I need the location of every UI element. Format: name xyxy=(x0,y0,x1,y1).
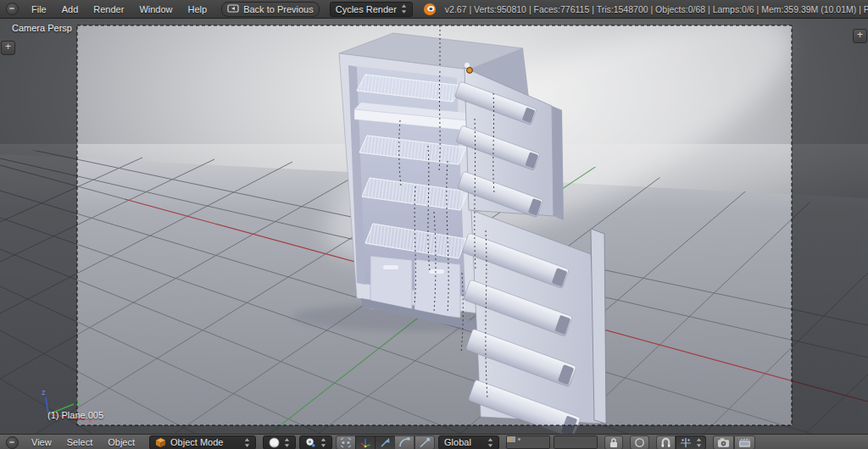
blender-logo-icon xyxy=(423,3,437,16)
view-name-label: Camera Persp xyxy=(12,23,72,33)
proportional-circle-icon xyxy=(634,437,645,448)
sphere-icon xyxy=(269,437,280,448)
axis-z-label: z xyxy=(42,388,46,396)
proportional-editing-select[interactable] xyxy=(630,435,649,449)
hinge-highlight xyxy=(465,63,470,68)
info-header: File Add Render Window Help Back to Prev… xyxy=(0,0,868,19)
render-animation-button[interactable] xyxy=(734,435,755,449)
viewport-shading-select[interactable] xyxy=(263,435,296,449)
3d-viewport[interactable]: x y z Camera Persp (1) Plane.005 + + xyxy=(0,19,868,434)
lock-to-scene-toggle[interactable] xyxy=(604,435,623,449)
object-origin-dot xyxy=(467,68,473,74)
manipulator-enable-toggle[interactable] xyxy=(355,435,376,449)
screen-back-icon xyxy=(227,4,239,14)
rotate-arc-icon xyxy=(398,437,410,448)
layers-widget-group2[interactable] xyxy=(554,435,598,449)
render-still-button[interactable] xyxy=(713,435,734,449)
blender-window: File Add Render Window Help Back to Prev… xyxy=(0,0,868,449)
transform-orientation-value: Global xyxy=(444,437,483,447)
interaction-mode-select[interactable]: Object Mode xyxy=(149,435,256,449)
axis-y-label: y xyxy=(76,397,81,406)
pivot-point-icon xyxy=(305,437,316,448)
cube-icon xyxy=(155,437,166,448)
clapperboard-icon xyxy=(738,437,751,448)
menu-add[interactable]: Add xyxy=(62,4,79,14)
layer-20[interactable] xyxy=(588,442,598,449)
render-engine-select[interactable]: Cycles Render xyxy=(330,2,413,17)
editor-type-button[interactable] xyxy=(6,3,19,15)
transform-orientation-select[interactable]: Global xyxy=(438,435,499,449)
snap-toggle[interactable] xyxy=(656,435,676,449)
tool-shelf-expand-button[interactable]: + xyxy=(1,41,15,55)
layers-widget-group1[interactable] xyxy=(506,435,550,449)
camera-icon xyxy=(717,437,730,448)
translate-manipulator-button[interactable] xyxy=(375,435,395,449)
scene-statistics: v2.67 | Verts:950810 | Faces:776115 | Tr… xyxy=(445,4,868,14)
scale-icon xyxy=(419,437,431,448)
scene-render: x y z xyxy=(0,19,868,434)
render-engine-value: Cycles Render xyxy=(336,4,397,14)
back-to-previous-button[interactable]: Back to Previous xyxy=(221,2,320,17)
properties-shelf-expand-button[interactable]: + xyxy=(853,29,867,43)
viewport-header: View Select Object Object Mode xyxy=(0,434,868,449)
layer-15[interactable] xyxy=(541,442,550,449)
interaction-mode-value: Object Mode xyxy=(170,437,240,447)
active-object-label: (1) Plane.005 xyxy=(47,410,103,420)
translate-arrow-icon xyxy=(379,437,391,448)
pivot-point-select[interactable] xyxy=(299,435,332,449)
menu-file[interactable]: File xyxy=(31,4,47,14)
axes-icon xyxy=(359,437,371,448)
menu-help[interactable]: Help xyxy=(188,4,208,14)
snap-element-select[interactable] xyxy=(676,435,706,449)
editor-type-button-3dview[interactable] xyxy=(6,436,19,449)
menu-window[interactable]: Window xyxy=(139,4,172,14)
lock-icon xyxy=(609,437,619,448)
menu-view[interactable]: View xyxy=(31,437,52,447)
menu-render[interactable]: Render xyxy=(93,4,124,14)
snap-increment-icon xyxy=(680,437,692,448)
menu-select[interactable]: Select xyxy=(67,437,93,447)
stepper-arrows-icon[interactable] xyxy=(401,3,407,14)
back-to-previous-label: Back to Previous xyxy=(243,4,314,14)
manipulate-centers-toggle[interactable] xyxy=(336,435,356,449)
rotate-manipulator-button[interactable] xyxy=(394,435,415,449)
magnet-icon xyxy=(660,437,671,448)
manipulate-centers-icon xyxy=(340,437,352,448)
scale-manipulator-button[interactable] xyxy=(415,435,435,449)
menu-object[interactable]: Object xyxy=(108,437,135,447)
